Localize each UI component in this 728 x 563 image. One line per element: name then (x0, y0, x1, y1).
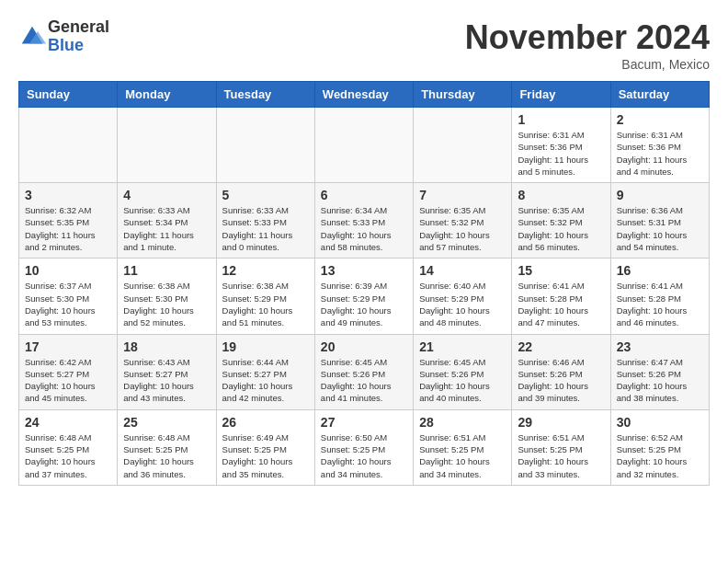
day-number: 18 (123, 339, 210, 354)
calendar-cell: 13Sunrise: 6:39 AM Sunset: 5:29 PM Dayli… (314, 259, 413, 334)
day-info: Sunrise: 6:49 AM Sunset: 5:25 PM Dayligh… (222, 431, 309, 480)
day-info: Sunrise: 6:34 AM Sunset: 5:33 PM Dayligh… (321, 204, 407, 253)
weekday-header-friday: Friday (512, 82, 610, 108)
logo-general-label: General (48, 18, 109, 37)
day-number: 3 (25, 188, 111, 202)
calendar-cell: 24Sunrise: 6:48 AM Sunset: 5:25 PM Dayli… (19, 409, 118, 485)
calendar-cell: 15Sunrise: 6:41 AM Sunset: 5:28 PM Dayli… (512, 259, 610, 334)
calendar-cell: 30Sunrise: 6:52 AM Sunset: 5:25 PM Dayli… (610, 409, 709, 485)
calendar-week-5: 24Sunrise: 6:48 AM Sunset: 5:25 PM Dayli… (19, 409, 710, 485)
calendar-cell: 6Sunrise: 6:34 AM Sunset: 5:33 PM Daylig… (314, 183, 413, 259)
logo-blue-label: Blue (48, 37, 109, 55)
day-info: Sunrise: 6:48 AM Sunset: 5:25 PM Dayligh… (123, 431, 210, 480)
calendar-cell: 3Sunrise: 6:32 AM Sunset: 5:35 PM Daylig… (19, 183, 118, 259)
day-number: 1 (518, 112, 604, 127)
day-number: 8 (518, 188, 604, 202)
weekday-header-monday: Monday (118, 82, 216, 108)
day-number: 28 (419, 415, 506, 430)
calendar-week-3: 10Sunrise: 6:37 AM Sunset: 5:30 PM Dayli… (19, 259, 710, 334)
calendar-cell: 20Sunrise: 6:45 AM Sunset: 5:26 PM Dayli… (314, 334, 413, 409)
calendar-cell: 19Sunrise: 6:44 AM Sunset: 5:27 PM Dayli… (216, 334, 314, 409)
day-number: 9 (617, 188, 703, 202)
calendar-cell: 12Sunrise: 6:38 AM Sunset: 5:29 PM Dayli… (216, 259, 314, 334)
calendar-cell: 14Sunrise: 6:40 AM Sunset: 5:29 PM Dayli… (414, 259, 512, 334)
day-info: Sunrise: 6:51 AM Sunset: 5:25 PM Dayligh… (518, 431, 604, 480)
calendar-cell: 2Sunrise: 6:31 AM Sunset: 5:36 PM Daylig… (610, 108, 709, 183)
calendar-cell: 1Sunrise: 6:31 AM Sunset: 5:36 PM Daylig… (512, 108, 610, 183)
calendar-cell: 26Sunrise: 6:49 AM Sunset: 5:25 PM Dayli… (216, 409, 314, 485)
day-info: Sunrise: 6:33 AM Sunset: 5:34 PM Dayligh… (123, 204, 210, 253)
calendar-cell: 25Sunrise: 6:48 AM Sunset: 5:25 PM Dayli… (118, 409, 216, 485)
day-number: 26 (222, 415, 309, 430)
month-title: November 2024 (465, 18, 710, 57)
calendar-body: 1Sunrise: 6:31 AM Sunset: 5:36 PM Daylig… (19, 108, 710, 486)
calendar-cell: 17Sunrise: 6:42 AM Sunset: 5:27 PM Dayli… (19, 334, 118, 409)
day-info: Sunrise: 6:31 AM Sunset: 5:36 PM Dayligh… (617, 129, 703, 178)
day-info: Sunrise: 6:47 AM Sunset: 5:26 PM Dayligh… (617, 356, 703, 405)
page-header: General Blue November 2024 Bacum, Mexico (18, 18, 710, 72)
day-info: Sunrise: 6:32 AM Sunset: 5:35 PM Dayligh… (25, 204, 111, 253)
calendar-header: SundayMondayTuesdayWednesdayThursdayFrid… (19, 82, 710, 108)
day-info: Sunrise: 6:48 AM Sunset: 5:25 PM Dayligh… (25, 431, 111, 480)
calendar-week-1: 1Sunrise: 6:31 AM Sunset: 5:36 PM Daylig… (19, 108, 710, 183)
day-info: Sunrise: 6:39 AM Sunset: 5:29 PM Dayligh… (321, 280, 407, 328)
day-number: 4 (123, 188, 210, 202)
logo: General Blue (18, 18, 109, 55)
day-number: 13 (321, 263, 407, 278)
day-number: 30 (617, 415, 703, 430)
calendar-cell: 7Sunrise: 6:35 AM Sunset: 5:32 PM Daylig… (414, 183, 512, 259)
calendar-cell: 8Sunrise: 6:35 AM Sunset: 5:32 PM Daylig… (512, 183, 610, 259)
day-info: Sunrise: 6:33 AM Sunset: 5:33 PM Dayligh… (222, 204, 309, 253)
day-info: Sunrise: 6:36 AM Sunset: 5:31 PM Dayligh… (617, 204, 703, 253)
weekday-header-tuesday: Tuesday (216, 82, 314, 108)
day-number: 6 (321, 188, 407, 202)
calendar-cell (314, 108, 413, 183)
day-info: Sunrise: 6:31 AM Sunset: 5:36 PM Dayligh… (518, 129, 604, 178)
calendar-cell: 27Sunrise: 6:50 AM Sunset: 5:25 PM Dayli… (314, 409, 413, 485)
calendar-cell: 28Sunrise: 6:51 AM Sunset: 5:25 PM Dayli… (414, 409, 512, 485)
day-number: 23 (617, 339, 703, 354)
day-number: 7 (419, 188, 506, 202)
day-info: Sunrise: 6:45 AM Sunset: 5:26 PM Dayligh… (419, 356, 506, 405)
title-section: November 2024 Bacum, Mexico (465, 18, 710, 72)
calendar-cell: 23Sunrise: 6:47 AM Sunset: 5:26 PM Dayli… (610, 334, 709, 409)
day-info: Sunrise: 6:52 AM Sunset: 5:25 PM Dayligh… (617, 431, 703, 480)
day-number: 20 (321, 339, 407, 354)
weekday-header-sunday: Sunday (19, 82, 118, 108)
day-number: 29 (518, 415, 604, 430)
day-number: 2 (617, 112, 703, 127)
day-info: Sunrise: 6:41 AM Sunset: 5:28 PM Dayligh… (518, 280, 604, 328)
calendar-cell (414, 108, 512, 183)
day-number: 11 (123, 263, 210, 278)
calendar-cell: 5Sunrise: 6:33 AM Sunset: 5:33 PM Daylig… (216, 183, 314, 259)
day-info: Sunrise: 6:37 AM Sunset: 5:30 PM Dayligh… (25, 280, 111, 328)
calendar-cell: 10Sunrise: 6:37 AM Sunset: 5:30 PM Dayli… (19, 259, 118, 334)
day-number: 21 (419, 339, 506, 354)
day-info: Sunrise: 6:35 AM Sunset: 5:32 PM Dayligh… (518, 204, 604, 253)
calendar-cell: 29Sunrise: 6:51 AM Sunset: 5:25 PM Dayli… (512, 409, 610, 485)
calendar-cell: 9Sunrise: 6:36 AM Sunset: 5:31 PM Daylig… (610, 183, 709, 259)
calendar-cell (118, 108, 216, 183)
day-number: 10 (25, 263, 111, 278)
calendar-cell (19, 108, 118, 183)
day-info: Sunrise: 6:42 AM Sunset: 5:27 PM Dayligh… (25, 356, 111, 405)
calendar-week-2: 3Sunrise: 6:32 AM Sunset: 5:35 PM Daylig… (19, 183, 710, 259)
day-info: Sunrise: 6:50 AM Sunset: 5:25 PM Dayligh… (321, 431, 407, 480)
calendar-cell: 21Sunrise: 6:45 AM Sunset: 5:26 PM Dayli… (414, 334, 512, 409)
day-number: 5 (222, 188, 309, 202)
weekday-header-saturday: Saturday (610, 82, 709, 108)
day-number: 14 (419, 263, 506, 278)
day-number: 15 (518, 263, 604, 278)
calendar-cell (216, 108, 314, 183)
day-info: Sunrise: 6:43 AM Sunset: 5:27 PM Dayligh… (123, 356, 210, 405)
day-info: Sunrise: 6:45 AM Sunset: 5:26 PM Dayligh… (321, 356, 407, 405)
day-number: 12 (222, 263, 309, 278)
calendar-cell: 16Sunrise: 6:41 AM Sunset: 5:28 PM Dayli… (610, 259, 709, 334)
day-number: 17 (25, 339, 111, 354)
logo-icon (18, 23, 46, 51)
calendar-cell: 11Sunrise: 6:38 AM Sunset: 5:30 PM Dayli… (118, 259, 216, 334)
day-number: 16 (617, 263, 703, 278)
day-info: Sunrise: 6:35 AM Sunset: 5:32 PM Dayligh… (419, 204, 506, 253)
day-info: Sunrise: 6:40 AM Sunset: 5:29 PM Dayligh… (419, 280, 506, 328)
calendar-cell: 18Sunrise: 6:43 AM Sunset: 5:27 PM Dayli… (118, 334, 216, 409)
